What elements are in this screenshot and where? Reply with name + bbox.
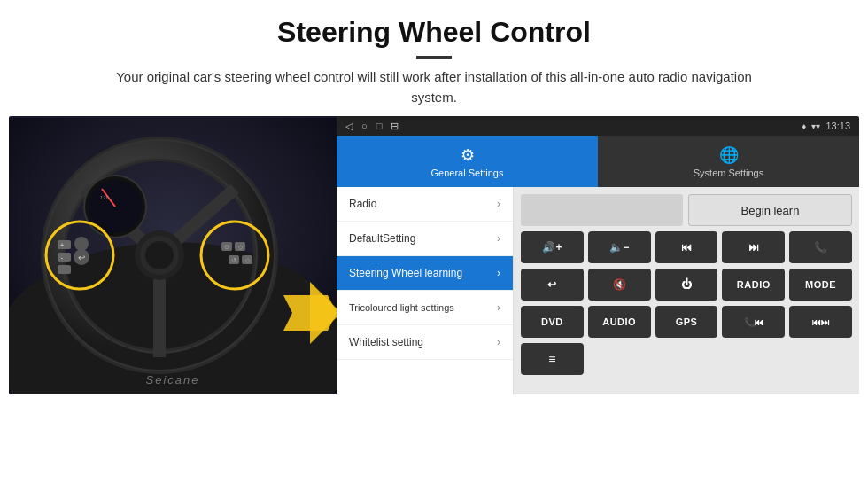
mute-button[interactable]: 🔇 [588, 269, 651, 301]
clock: 13:13 [825, 121, 850, 131]
mode-label: MODE [805, 279, 836, 290]
menu-item-defaultsetting-label: DefaultSetting [349, 232, 415, 245]
prev-track-icon: ⏮ [681, 241, 692, 254]
phone-prev-icon: 📞⏮ [744, 317, 763, 327]
tab-general-label: General Settings [431, 168, 504, 178]
audio-label: AUDIO [602, 316, 636, 327]
chevron-icon: › [497, 267, 500, 279]
svg-text:120: 120 [100, 195, 110, 200]
phone-button[interactable]: 📞 [789, 231, 852, 263]
gps-label: GPS [676, 316, 698, 327]
tab-general-settings[interactable]: ⚙ General Settings [337, 136, 598, 187]
content-area: 120 + - ↩ ⊙ ◇ ↺ ◇ Seicane [0, 116, 868, 403]
dvd-button[interactable]: DVD [521, 306, 584, 338]
home-icon[interactable]: ○ [361, 121, 368, 131]
svg-rect-18 [58, 265, 71, 274]
status-bar-right: ♦ ▾▾ 13:13 [802, 121, 850, 131]
right-panel: Begin learn 🔊+ 🔈− ⏮ ⏭ [514, 187, 859, 394]
recents-icon[interactable]: □ [376, 121, 383, 131]
volume-down-icon: 🔈− [609, 241, 629, 254]
phone-icon: 📞 [814, 241, 827, 254]
device-ui: ◁ ○ □ ⊟ ♦ ▾▾ 13:13 ⚙ General Settings 🌐 … [337, 116, 859, 394]
prev-track-button[interactable]: ⏮ [655, 231, 718, 263]
menu-list: Radio › DefaultSetting › Steering Wheel … [337, 187, 514, 394]
svg-text:Seicane: Seicane [146, 373, 200, 386]
system-settings-icon: 🌐 [719, 145, 739, 165]
page-title: Steering Wheel Control [18, 16, 850, 49]
control-buttons-row4: ≡ [521, 343, 852, 375]
power-icon: ⏻ [681, 278, 692, 291]
status-bar-left: ◁ ○ □ ⊟ [345, 121, 399, 132]
menu-area: Radio › DefaultSetting › Steering Wheel … [337, 187, 859, 394]
control-buttons-row2: ↩ 🔇 ⏻ RADIO MODE [521, 269, 852, 301]
list-menu-button[interactable]: ≡ [521, 343, 584, 375]
next-track-button[interactable]: ⏭ [722, 231, 785, 263]
audio-button[interactable]: AUDIO [588, 306, 651, 338]
menu-item-steering-wheel[interactable]: Steering Wheel learning › [337, 256, 513, 291]
phone-prev-button[interactable]: 📞⏮ [722, 306, 785, 338]
title-divider [416, 56, 452, 59]
page-header: Steering Wheel Control Your original car… [0, 0, 868, 116]
svg-text:↺: ↺ [231, 257, 236, 263]
back-call-button[interactable]: ↩ [521, 269, 584, 301]
page-subtitle: Your original car's steering wheel contr… [102, 67, 766, 107]
svg-text:+: + [60, 242, 64, 248]
radio-button[interactable]: RADIO [722, 269, 785, 301]
tab-system-label: System Settings [694, 168, 763, 178]
menu-item-radio[interactable]: Radio › [337, 187, 513, 222]
steering-wheel-image: 120 + - ↩ ⊙ ◇ ↺ ◇ Seicane [9, 116, 337, 394]
control-buttons-row1: 🔊+ 🔈− ⏮ ⏭ 📞 [521, 231, 852, 263]
chevron-icon: › [497, 198, 500, 210]
chevron-icon: › [497, 301, 500, 314]
menu-item-defaultsetting[interactable]: DefaultSetting › [337, 222, 513, 256]
location-icon: ♦ [802, 121, 806, 131]
menu-item-whitelist[interactable]: Whitelist setting › [337, 325, 513, 360]
menu-icon[interactable]: ⊟ [391, 121, 399, 132]
radio-display-box [521, 194, 683, 226]
back-icon[interactable]: ◁ [345, 121, 353, 132]
svg-text:⊙: ⊙ [224, 244, 229, 250]
power-button[interactable]: ⏻ [655, 269, 718, 301]
menu-item-whitelist-label: Whitelist setting [349, 336, 423, 348]
gps-button[interactable]: GPS [655, 306, 718, 338]
tab-system-settings[interactable]: 🌐 System Settings [598, 136, 859, 187]
general-settings-icon: ⚙ [461, 145, 475, 165]
top-row: Begin learn [521, 194, 852, 226]
volume-up-icon: 🔊+ [542, 241, 562, 254]
next-track-icon: ⏭ [748, 241, 759, 254]
prev-next-button[interactable]: ⏮⏭ [789, 306, 852, 338]
chevron-icon: › [497, 232, 500, 245]
control-buttons-row3: DVD AUDIO GPS 📞⏮ ⏮⏭ [521, 306, 852, 338]
list-menu-icon: ≡ [548, 352, 555, 366]
volume-down-button[interactable]: 🔈− [588, 231, 651, 263]
tab-bar: ⚙ General Settings 🌐 System Settings [337, 136, 859, 187]
menu-item-radio-label: Radio [349, 198, 376, 210]
status-bar: ◁ ○ □ ⊟ ♦ ▾▾ 13:13 [337, 116, 859, 136]
mute-icon: 🔇 [613, 278, 626, 291]
wifi-icon: ▾▾ [811, 121, 820, 131]
svg-point-10 [145, 241, 174, 269]
svg-text:↩: ↩ [78, 253, 85, 262]
back-call-icon: ↩ [547, 278, 556, 291]
begin-learn-button[interactable]: Begin learn [688, 194, 852, 226]
menu-item-tricoloured[interactable]: Tricoloured light settings › [337, 291, 513, 325]
radio-label: RADIO [737, 279, 771, 290]
svg-rect-17 [58, 253, 71, 262]
prev-next-icon: ⏮⏭ [812, 317, 830, 327]
menu-item-steering-label: Steering Wheel learning [349, 267, 462, 279]
menu-item-tricoloured-label: Tricoloured light settings [349, 302, 454, 313]
mode-button[interactable]: MODE [789, 269, 852, 301]
chevron-icon: › [497, 336, 500, 348]
svg-point-21 [74, 237, 89, 251]
dvd-label: DVD [541, 316, 563, 327]
volume-up-button[interactable]: 🔊+ [521, 231, 584, 263]
